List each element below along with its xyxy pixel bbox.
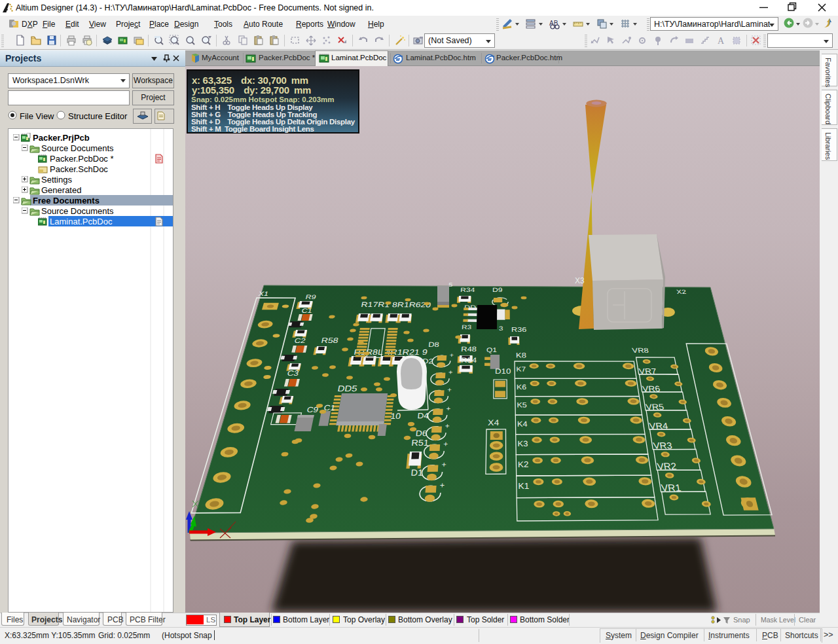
svg-text:D8: D8 <box>428 340 440 348</box>
svg-text:K6: K6 <box>517 383 526 390</box>
svg-text:+: + <box>439 481 445 490</box>
svg-text:D1: D1 <box>410 467 424 477</box>
svg-text:C2: C2 <box>293 336 306 344</box>
svg-text:D10: D10 <box>495 367 511 376</box>
svg-text:K4: K4 <box>517 420 528 428</box>
svg-text:D6: D6 <box>415 429 428 438</box>
svg-text:R58: R58 <box>320 336 339 344</box>
svg-text:K2: K2 <box>518 459 529 469</box>
svg-text:X2: X2 <box>676 288 687 295</box>
svg-text:K7: K7 <box>516 366 526 373</box>
svg-text:K8: K8 <box>516 351 527 360</box>
svg-text:+: + <box>447 386 452 393</box>
svg-text:D4: D4 <box>417 411 429 420</box>
svg-text:10: 10 <box>390 412 401 421</box>
svg-text:+: + <box>446 404 451 412</box>
svg-text:+: + <box>441 460 446 469</box>
svg-text:C3: C3 <box>286 369 299 378</box>
svg-text:+: + <box>445 422 450 429</box>
svg-text:+: + <box>443 440 448 448</box>
svg-text:D9: D9 <box>492 286 503 293</box>
svg-text:+: + <box>448 369 453 376</box>
svg-text:DD5: DD5 <box>337 384 359 393</box>
svg-text:R54: R54 <box>461 356 477 365</box>
svg-text:R9: R9 <box>305 294 317 300</box>
svg-text:X4: X4 <box>488 418 500 427</box>
svg-text:K5: K5 <box>517 401 527 409</box>
svg-text:R51: R51 <box>411 438 429 448</box>
svg-text:R36: R36 <box>511 326 526 333</box>
svg-text:Q1: Q1 <box>486 346 497 353</box>
svg-text:X1: X1 <box>257 291 269 297</box>
svg-text:K3: K3 <box>517 440 528 448</box>
svg-text:A: A <box>718 36 725 46</box>
svg-text:R17R1 8R1R620: R17R1 8R1R620 <box>361 301 432 309</box>
svg-text:VR8: VR8 <box>632 346 649 355</box>
svg-text:X3: X3 <box>575 276 585 285</box>
svg-text:R3: R3 <box>462 323 472 331</box>
svg-text:C1: C1 <box>301 307 314 313</box>
svg-text:+: + <box>449 352 454 359</box>
svg-text:K1: K1 <box>518 481 529 491</box>
svg-text:3: 3 <box>499 325 503 332</box>
svg-text:R48: R48 <box>461 345 477 353</box>
svg-text:R34: R34 <box>460 286 475 293</box>
